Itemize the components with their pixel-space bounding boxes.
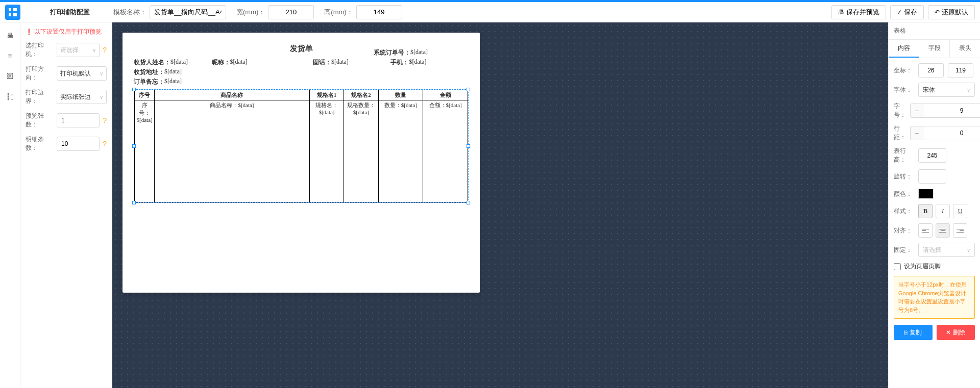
save-preview-button[interactable]: 🖶保存并预览 xyxy=(831,5,886,19)
italic-button[interactable]: I xyxy=(936,204,950,218)
fixed-select[interactable]: 请选择 xyxy=(918,243,975,257)
sys-order-label[interactable]: 系统订单号： xyxy=(374,48,410,57)
canvas-area: 发货单 系统订单号：$[data] 收货人姓名：$[data] 昵称：$[dat… xyxy=(112,22,888,388)
help-icon[interactable]: ? xyxy=(103,46,107,54)
print-icon: 🖶 xyxy=(838,9,844,16)
width-label: 宽(mm)： xyxy=(236,8,265,17)
align-center-button[interactable] xyxy=(936,223,950,238)
preview-pages-input[interactable] xyxy=(57,113,100,127)
align-left-button[interactable] xyxy=(918,223,933,238)
margin-label: 打印边界： xyxy=(26,88,54,106)
image-tool-icon[interactable]: 🖼 xyxy=(5,71,15,81)
td-qty[interactable]: 数量：$[data] xyxy=(378,100,423,202)
decrement-button[interactable]: − xyxy=(910,126,923,140)
style-label: 样式： xyxy=(894,207,914,216)
header-footer-checkbox[interactable]: 设为页眉页脚 xyxy=(894,262,941,271)
detail-lines-input[interactable] xyxy=(57,137,100,151)
th-seq[interactable]: 序号 xyxy=(135,90,155,100)
undo-icon: ↶ xyxy=(935,9,940,16)
coord-x-input[interactable] xyxy=(918,63,944,77)
help-icon[interactable]: ? xyxy=(103,116,107,124)
align-label: 对齐： xyxy=(894,226,914,235)
paper-canvas[interactable]: 发货单 系统订单号：$[data] 收货人姓名：$[data] 昵称：$[dat… xyxy=(122,33,480,293)
coord-label: 坐标： xyxy=(894,66,914,75)
barcode-tool-icon[interactable]: ┇▯ xyxy=(5,91,15,101)
td-spec1[interactable]: 规格名：$[data] xyxy=(309,100,344,202)
underline-button[interactable]: U xyxy=(953,204,967,218)
template-name-label: 模板名称： xyxy=(113,8,146,17)
fixed-label: 固定： xyxy=(894,246,914,254)
direction-label: 打印方向： xyxy=(26,65,54,82)
font-size-stepper: − + xyxy=(910,104,980,118)
rp-section-title: 表格 xyxy=(889,22,980,40)
tab-header[interactable]: 表头 xyxy=(950,40,980,58)
rowheight-label: 表行高： xyxy=(894,147,914,164)
coord-y-input[interactable] xyxy=(948,63,973,77)
font-size-input[interactable] xyxy=(923,104,980,118)
help-icon[interactable]: ? xyxy=(103,140,107,148)
left-tool-rail: 🖶 ≡ 🖼 ┇▯ xyxy=(0,22,20,388)
size-label: 字号： xyxy=(894,102,906,119)
tab-content[interactable]: 内容 xyxy=(889,40,919,58)
line-height-input[interactable] xyxy=(923,126,980,140)
color-label: 颜色： xyxy=(894,190,914,198)
resize-handle[interactable] xyxy=(467,88,470,91)
tab-fields[interactable]: 字段 xyxy=(919,40,950,58)
resize-handle[interactable] xyxy=(132,144,136,148)
page-title: 打印辅助配置 xyxy=(27,8,113,17)
font-label: 字体： xyxy=(894,86,914,94)
td-spec2[interactable]: 规格数量：$[data] xyxy=(344,100,378,202)
th-spec1[interactable]: 规格名1 xyxy=(309,90,344,100)
resize-handle[interactable] xyxy=(132,201,136,204)
bold-button[interactable]: B xyxy=(918,204,933,218)
check-icon: ✓ xyxy=(897,9,902,16)
align-right-button[interactable] xyxy=(953,223,967,238)
resize-handle[interactable] xyxy=(132,88,136,91)
height-label: 高(mm)： xyxy=(324,8,353,17)
th-name[interactable]: 商品名称 xyxy=(155,90,310,100)
print-tool-icon[interactable]: 🖶 xyxy=(5,30,15,40)
printer-select[interactable]: 请选择 xyxy=(57,43,100,57)
close-icon: ✕ xyxy=(946,329,951,336)
row-height-input[interactable] xyxy=(918,148,946,163)
th-spec2[interactable]: 规格名2 xyxy=(344,90,378,100)
detail-lines-label: 明细条数： xyxy=(26,135,54,152)
rotate-input[interactable] xyxy=(918,169,946,184)
template-name-input[interactable] xyxy=(150,5,226,19)
width-input[interactable] xyxy=(268,5,314,19)
td-amt[interactable]: 金额：$[data] xyxy=(423,100,468,202)
save-button[interactable]: ✓保存 xyxy=(890,5,924,19)
font-size-hint: 当字号小于12px时，在使用Google Chrome浏览器设计时需要在设置里设… xyxy=(894,276,975,319)
margin-select[interactable]: 实际纸张边 xyxy=(57,90,107,104)
line-height-stepper: − + xyxy=(910,126,980,140)
right-properties-panel: 表格 内容 字段 表头 坐标： 字体： 宋体 字号： − + xyxy=(888,22,980,388)
th-amt[interactable]: 金额 xyxy=(423,90,468,100)
header-bar: 打印辅助配置 模板名称： 宽(mm)： 高(mm)： 🖶保存并预览 ✓保存 ↶还… xyxy=(0,2,980,22)
direction-select[interactable]: 打印机默认 xyxy=(57,66,107,81)
height-input[interactable] xyxy=(356,5,402,19)
table-selection[interactable]: 序号 商品名称 规格名1 规格名2 数量 金额 序号：$[data] 商品名称：… xyxy=(134,89,469,203)
left-config-panel: 以下设置仅用于打印预览 选打印机： 请选择 ? 打印方向： 打印机默认 打印边界… xyxy=(20,22,112,388)
rotate-label: 旋转： xyxy=(894,172,914,181)
printer-label: 选打印机： xyxy=(26,41,54,59)
decrement-button[interactable]: − xyxy=(910,104,923,118)
app-logo-icon xyxy=(5,5,20,20)
th-qty[interactable]: 数量 xyxy=(378,90,423,100)
resize-handle[interactable] xyxy=(467,144,470,148)
color-picker[interactable] xyxy=(918,189,934,199)
list-tool-icon[interactable]: ≡ xyxy=(5,50,15,61)
delete-button[interactable]: ✕删除 xyxy=(937,325,975,340)
resize-handle[interactable] xyxy=(467,201,470,204)
font-select[interactable]: 宋体 xyxy=(918,83,975,97)
restore-default-button[interactable]: ↶还原默认 xyxy=(928,5,975,19)
td-name[interactable]: 商品名称：$[data] xyxy=(155,100,310,202)
data-table: 序号 商品名称 规格名1 规格名2 数量 金额 序号：$[data] 商品名称：… xyxy=(134,90,468,202)
td-seq[interactable]: 序号：$[data] xyxy=(135,100,155,202)
preview-pages-label: 预览张数： xyxy=(26,112,54,129)
copy-icon: ⎘ xyxy=(904,329,908,336)
lineheight-label: 行距： xyxy=(894,124,906,142)
print-preview-notice: 以下设置仅用于打印预览 xyxy=(26,28,107,36)
copy-button[interactable]: ⎘复制 xyxy=(894,325,933,340)
